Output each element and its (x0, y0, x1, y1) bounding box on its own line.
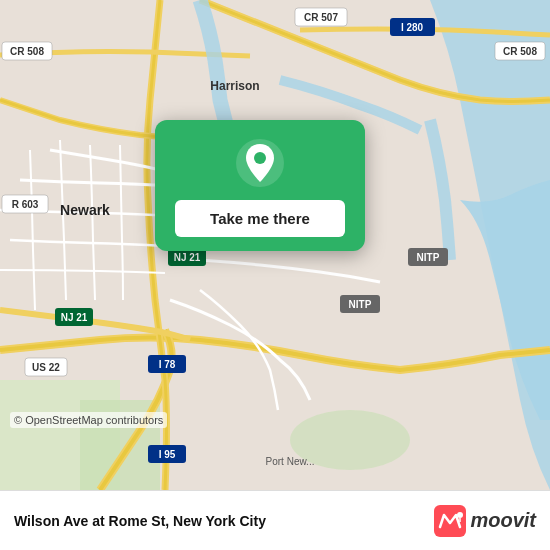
take-me-there-button[interactable]: Take me there (175, 200, 345, 237)
pin-icon (235, 138, 285, 188)
svg-text:Harrison: Harrison (210, 79, 259, 93)
moovit-logo: moovit (434, 505, 536, 537)
svg-point-32 (254, 152, 266, 164)
svg-text:NITP: NITP (349, 299, 372, 310)
svg-text:I 280: I 280 (401, 22, 424, 33)
svg-text:Newark: Newark (60, 202, 110, 218)
svg-text:CR 507: CR 507 (304, 12, 338, 23)
svg-text:CR 508: CR 508 (503, 46, 537, 57)
svg-text:NITP: NITP (417, 252, 440, 263)
svg-text:US 22: US 22 (32, 362, 60, 373)
svg-text:NJ 21: NJ 21 (61, 312, 88, 323)
svg-text:CR 508: CR 508 (10, 46, 44, 57)
moovit-text-label: moovit (470, 509, 536, 532)
svg-text:NJ 21: NJ 21 (174, 252, 201, 263)
svg-text:I 95: I 95 (159, 449, 176, 460)
svg-text:I 78: I 78 (159, 359, 176, 370)
copyright-text: © OpenStreetMap contributors (10, 412, 167, 428)
svg-text:Port New...: Port New... (266, 456, 315, 467)
svg-text:R 603: R 603 (12, 199, 39, 210)
bottom-bar: Wilson Ave at Rome St, New York City moo… (0, 490, 550, 550)
moovit-logo-icon (434, 505, 466, 537)
location-card: Take me there (155, 120, 365, 251)
svg-point-34 (457, 512, 463, 518)
map-container: CR 507 I 280 CR 508 CR 508 R 603 NJ 21 N… (0, 0, 550, 490)
location-text: Wilson Ave at Rome St, New York City (14, 513, 266, 529)
